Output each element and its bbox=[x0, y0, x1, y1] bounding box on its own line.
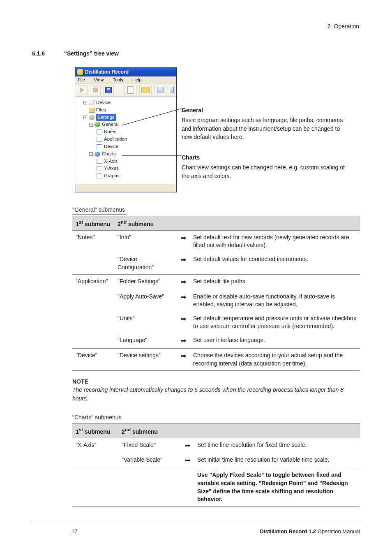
arrow-cell: ➡ bbox=[177, 275, 190, 290]
c2-cell: "Apply Auto-Save" bbox=[114, 290, 177, 312]
tree-item-notes[interactable]: Notes bbox=[78, 128, 174, 136]
page-number: 17 bbox=[32, 528, 77, 534]
arrow-cell: ➡ bbox=[177, 252, 190, 275]
general-table-wrap: "General" submenus 1st submenu 2nd subme… bbox=[72, 206, 360, 371]
menu-tools[interactable]: Tools bbox=[113, 77, 123, 82]
table-row: "Apply Auto-Save"➡Enable or disable auto… bbox=[72, 290, 360, 312]
arrow-icon: ➡ bbox=[185, 457, 190, 464]
tree-item-settings[interactable]: −Settings bbox=[78, 114, 174, 121]
play-button[interactable] bbox=[77, 85, 88, 95]
c2-cell: "Info" bbox=[114, 230, 177, 252]
window-title: Distillation Record bbox=[85, 69, 129, 75]
panel-icon bbox=[170, 87, 174, 93]
app-screenshot: Distillation Record File View Tools Help… bbox=[75, 67, 177, 192]
callout-title: General bbox=[182, 106, 350, 114]
table-caption: "General" submenus bbox=[72, 206, 127, 215]
table-row: "Application""Folder Settings"➡Set defau… bbox=[72, 275, 360, 290]
arrow-cell: ➡ bbox=[181, 453, 194, 468]
note-block: NOTE The recording interval automaticall… bbox=[72, 378, 360, 402]
arrow-cell: ➡ bbox=[177, 230, 190, 252]
tree-view[interactable]: +Device Files −Settings −General Notes A… bbox=[75, 97, 176, 184]
device-icon bbox=[89, 100, 95, 105]
table-caption: "Charts" submenus bbox=[72, 414, 125, 422]
page-icon bbox=[97, 137, 102, 142]
menu-help[interactable]: Help bbox=[132, 77, 142, 82]
desc-cell: Set default file paths. bbox=[190, 275, 360, 290]
desc-cell: Set user interface language. bbox=[190, 333, 360, 349]
arrow-cell: ➡ bbox=[181, 438, 194, 453]
col-desc-head bbox=[194, 424, 360, 438]
callout-column: General Basic program settings such as l… bbox=[182, 67, 350, 192]
expand-icon[interactable]: + bbox=[83, 101, 87, 104]
menubar[interactable]: File View Tools Help bbox=[75, 76, 176, 83]
open-button[interactable] bbox=[139, 85, 152, 95]
col1-head: 1st submenu bbox=[72, 216, 114, 231]
arrow-icon: ➡ bbox=[185, 442, 190, 449]
files-icon bbox=[89, 108, 95, 113]
c1-cell bbox=[72, 252, 114, 275]
page-footer: 17 Distillation Record 1.2 Operation Man… bbox=[32, 528, 360, 534]
arrow-cell: ➡ bbox=[177, 312, 190, 333]
document-icon bbox=[127, 86, 134, 94]
page-icon bbox=[97, 144, 102, 149]
tree-item-yaxes[interactable]: Y-Axes bbox=[78, 165, 174, 172]
desc-cell: Set default text for new records (newly … bbox=[190, 230, 360, 252]
arrow-icon: ➡ bbox=[181, 337, 186, 344]
gear-icon bbox=[89, 115, 95, 120]
table-row: "Device Configuration"➡Set default value… bbox=[72, 252, 360, 275]
desc-cell: Set default temperature and pressure uni… bbox=[190, 312, 360, 333]
titlebar: Distillation Record bbox=[75, 68, 176, 76]
charts-table: 1st submenu 2nd submenu "X-Axis""Fixed S… bbox=[72, 423, 360, 507]
c2-cell: "Units" bbox=[114, 312, 177, 333]
tree-item-device[interactable]: +Device bbox=[78, 99, 174, 106]
arrow-cell: ➡ bbox=[177, 349, 190, 371]
c2-cell: "Device settings" bbox=[114, 349, 177, 371]
node-icon bbox=[95, 152, 100, 157]
desc-cell: Set time line resolution for fixed time … bbox=[194, 438, 360, 453]
callout-body: Basic program settings such as language,… bbox=[182, 116, 350, 141]
note-body: The recording interval automatically cha… bbox=[72, 386, 360, 402]
tree-item-general[interactable]: −General bbox=[78, 121, 174, 128]
tree-item-charts[interactable]: −Charts bbox=[78, 150, 174, 158]
panel-button-2[interactable] bbox=[169, 85, 175, 95]
c2-cell: "Folder Settings" bbox=[114, 275, 177, 290]
menu-file[interactable]: File bbox=[78, 77, 85, 82]
section-number: 6.1.6 bbox=[32, 50, 62, 57]
c1-cell bbox=[72, 290, 114, 312]
desc-cell: Set initial time line resolution for var… bbox=[194, 453, 360, 468]
c2-cell: "Fixed Scale" bbox=[118, 438, 181, 453]
c1-cell: "X-Axis" bbox=[72, 438, 118, 453]
c1-cell bbox=[72, 333, 114, 349]
col-desc-head bbox=[190, 216, 360, 231]
charts-tip-row: Use "Apply Fixed Scale" to toggle betwee… bbox=[72, 468, 360, 506]
callout-body: Chart view settings can be changed here,… bbox=[182, 163, 350, 180]
save-button[interactable] bbox=[103, 85, 114, 95]
panel-button[interactable] bbox=[154, 85, 166, 95]
panel-icon bbox=[157, 87, 164, 93]
footer-rule bbox=[32, 522, 360, 522]
arrow-icon: ➡ bbox=[181, 278, 186, 285]
page-icon bbox=[97, 130, 102, 134]
floppy-icon bbox=[105, 87, 112, 93]
c2-cell: "Device Configuration" bbox=[114, 252, 177, 275]
tree-item-application[interactable]: Application bbox=[78, 136, 174, 143]
arrow-icon: ➡ bbox=[181, 352, 186, 359]
arrow-icon: ➡ bbox=[181, 256, 186, 263]
arrow-cell: ➡ bbox=[177, 333, 190, 349]
col-arrow-head bbox=[177, 216, 190, 231]
collapse-icon[interactable]: − bbox=[89, 152, 93, 156]
tree-item-graphs[interactable]: Graphs bbox=[78, 172, 174, 180]
collapse-icon[interactable]: − bbox=[83, 116, 87, 119]
new-button[interactable] bbox=[125, 85, 137, 95]
table-row: "Language"➡Set user interface language. bbox=[72, 333, 360, 349]
arrow-icon: ➡ bbox=[181, 294, 186, 301]
callout-charts: Charts Chart view settings can be change… bbox=[182, 153, 350, 180]
tree-item-device2[interactable]: Device bbox=[78, 143, 174, 150]
tree-item-xaxis[interactable]: X-Axis bbox=[78, 158, 174, 165]
menu-view[interactable]: View bbox=[94, 77, 104, 82]
toolbar bbox=[75, 83, 176, 97]
collapse-icon[interactable]: − bbox=[89, 123, 93, 127]
stop-button[interactable] bbox=[90, 85, 101, 95]
page-icon bbox=[97, 166, 102, 171]
tree-item-files[interactable]: Files bbox=[78, 106, 174, 114]
